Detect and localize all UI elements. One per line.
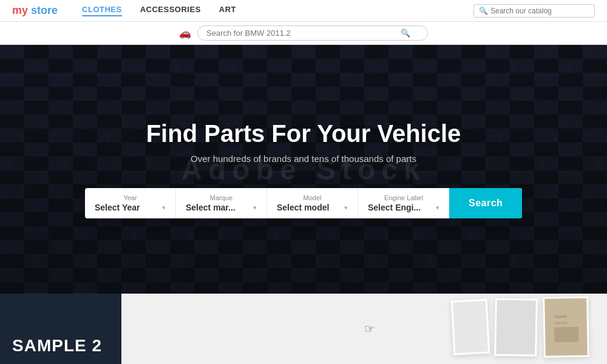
secondary-search-box[interactable]: 🔍 bbox=[197, 25, 428, 41]
marque-value-row: Select mar... ▾ bbox=[186, 203, 257, 212]
svg-text:CANYON: CANYON bbox=[554, 321, 567, 325]
logo-store: store bbox=[31, 4, 58, 16]
bottom-section: SAMPLE 2 ☞ GRAND CANYON bbox=[0, 294, 607, 364]
frame-1 bbox=[451, 298, 490, 355]
year-value-row: Select Year ▾ bbox=[95, 203, 166, 212]
year-select[interactable]: Year Select Year ▾ bbox=[85, 188, 176, 218]
vehicle-search-button[interactable]: Search bbox=[449, 188, 522, 218]
car-icon: 🚗 bbox=[179, 27, 191, 39]
main-header: my store CLOTHES ACCESSORIES ART 🔍 bbox=[0, 0, 607, 22]
logo[interactable]: my store bbox=[12, 4, 58, 17]
header-search-box[interactable]: 🔍 bbox=[473, 4, 595, 18]
year-chevron-icon: ▾ bbox=[162, 204, 166, 212]
engine-value: Select Engi... bbox=[368, 203, 421, 212]
frame-3: GRAND CANYON bbox=[543, 296, 589, 357]
nav-item-art[interactable]: ART bbox=[219, 5, 236, 16]
header-search-icon: 🔍 bbox=[479, 7, 488, 15]
hero-title: Find Parts For Your Vehicle bbox=[85, 120, 522, 147]
engine-chevron-icon: ▾ bbox=[436, 204, 439, 212]
nav-item-clothes[interactable]: CLOTHES bbox=[82, 5, 122, 16]
svg-rect-3 bbox=[554, 327, 578, 343]
main-nav: CLOTHES ACCESSORIES ART bbox=[82, 5, 473, 16]
model-value-row: Select model ▾ bbox=[277, 203, 348, 212]
nav-item-accessories[interactable]: ACCESSORIES bbox=[140, 5, 201, 16]
logo-my: my bbox=[12, 4, 28, 16]
engine-value-row: Select Engi... ▾ bbox=[368, 203, 439, 212]
svg-text:GRAND: GRAND bbox=[554, 315, 567, 318]
marque-chevron-icon: ▾ bbox=[253, 204, 257, 212]
bottom-dark-panel: SAMPLE 2 bbox=[0, 294, 121, 364]
secondary-search-input[interactable] bbox=[206, 29, 401, 38]
marque-value: Select mar... bbox=[186, 203, 236, 212]
sample-label: SAMPLE 2 bbox=[12, 336, 102, 356]
engine-select[interactable]: Engine Label Select Engi... ▾ bbox=[358, 188, 449, 218]
secondary-bar: 🚗 🔍 bbox=[0, 22, 607, 45]
frames-decoration: GRAND CANYON bbox=[452, 297, 589, 357]
hero-content: Find Parts For Your Vehicle Over hundred… bbox=[85, 120, 522, 218]
secondary-search-icon[interactable]: 🔍 bbox=[401, 29, 410, 38]
model-value: Select model bbox=[277, 203, 329, 212]
model-label: Model bbox=[277, 194, 348, 201]
marque-label: Marque bbox=[186, 194, 257, 201]
cursor-icon: ☞ bbox=[364, 322, 375, 336]
frame-2 bbox=[494, 298, 538, 356]
header-search-input[interactable] bbox=[490, 7, 589, 15]
bottom-light-panel: ☞ GRAND CANYON bbox=[121, 294, 607, 364]
hero-section: Adobe Stock Find Parts For Your Vehicle … bbox=[0, 45, 607, 294]
model-select[interactable]: Model Select model ▾ bbox=[267, 188, 358, 218]
hero-subtitle: Over hundreds of brands and tens of thou… bbox=[85, 153, 522, 164]
model-chevron-icon: ▾ bbox=[344, 204, 348, 212]
engine-label: Engine Label bbox=[368, 194, 439, 201]
marque-select[interactable]: Marque Select mar... ▾ bbox=[176, 188, 267, 218]
year-value: Select Year bbox=[95, 203, 140, 212]
year-label: Year bbox=[95, 194, 166, 201]
vehicle-search-form: Year Select Year ▾ Marque Select mar... … bbox=[85, 188, 522, 218]
